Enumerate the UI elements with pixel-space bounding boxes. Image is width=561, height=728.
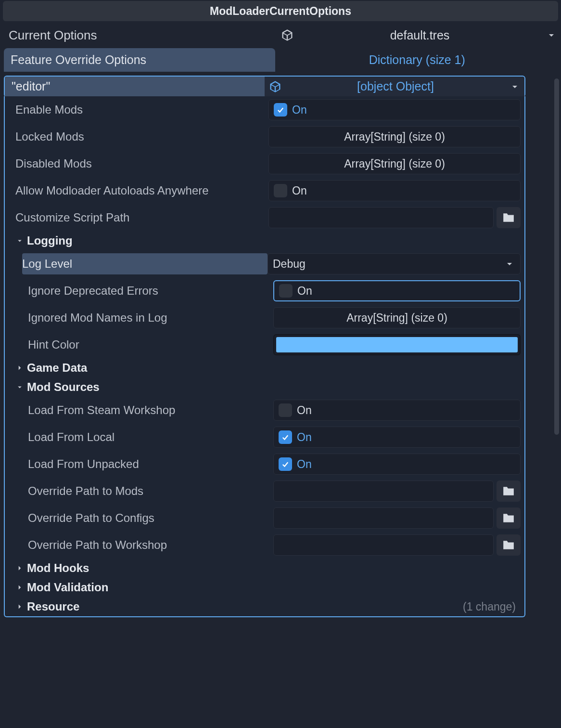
dictionary-entry-panel: "editor" [object Object] <box>4 76 525 97</box>
array-button-ignored-names[interactable]: Array[String] (size 0) <box>273 307 521 328</box>
prop-ignored-names: Ignored Mod Names in Log Array[String] (… <box>5 304 524 331</box>
prop-load-unpacked: Load From Unpacked On <box>5 451 524 478</box>
prop-log-level: Log Level Debug <box>5 250 524 277</box>
prop-disabled-mods: Disabled Mods Array[String] (size 0) <box>5 150 524 177</box>
path-input[interactable] <box>273 507 494 529</box>
dict-value-resource[interactable]: [object Object] <box>265 77 524 96</box>
path-input[interactable] <box>273 481 494 502</box>
checkbox-ignore-deprecated[interactable]: On <box>273 280 521 301</box>
prop-override-configs: Override Path to Configs <box>5 505 524 532</box>
feature-override-row: Feature Override Options Dictionary (siz… <box>0 48 561 72</box>
browse-button[interactable] <box>497 207 521 228</box>
prop-customize-script-path: Customize Script Path <box>5 204 524 231</box>
path-input[interactable] <box>268 207 494 228</box>
prop-ignore-deprecated: Ignore Deprecated Errors On <box>5 277 524 304</box>
prop-load-steam: Load From Steam Workshop On <box>5 397 524 424</box>
array-button-locked-mods[interactable]: Array[String] (size 0) <box>268 126 521 147</box>
prop-label: Override Path to Mods <box>28 484 273 498</box>
prop-label: Load From Local <box>28 430 273 444</box>
path-input[interactable] <box>273 534 494 556</box>
color-picker-hint-color[interactable] <box>273 334 521 355</box>
prop-label: Ignore Deprecated Errors <box>28 284 273 298</box>
prop-label: Hint Color <box>28 338 273 351</box>
browse-button[interactable] <box>497 534 521 556</box>
prop-label: Load From Steam Workshop <box>28 403 273 417</box>
caret-down-icon <box>15 236 24 245</box>
resource-icon <box>268 80 282 93</box>
dropdown-log-level[interactable]: Debug <box>268 253 521 274</box>
prop-label: Allow Modloader Autoloads Anywhere <box>9 184 268 197</box>
caret-down-icon <box>15 383 24 391</box>
section-mod-validation[interactable]: Mod Validation <box>5 578 524 597</box>
checkbox-icon <box>274 103 287 117</box>
checkbox-icon <box>279 457 292 471</box>
feature-override-tab[interactable]: Feature Override Options <box>4 48 275 72</box>
checkbox-load-unpacked[interactable]: On <box>273 454 521 475</box>
resource-name: [object Object] <box>282 79 509 93</box>
class-name: ModLoaderCurrentOptions <box>210 5 351 18</box>
prop-hint-color: Hint Color <box>5 331 524 358</box>
resource-icon <box>280 28 294 42</box>
color-swatch <box>276 337 518 352</box>
folder-icon <box>502 540 515 550</box>
folder-icon <box>502 212 515 223</box>
prop-label: Ignored Mod Names in Log <box>28 311 273 325</box>
prop-allow-autoloads: Allow Modloader Autoloads Anywhere On <box>5 177 524 204</box>
prop-label: Disabled Mods <box>9 157 268 170</box>
prop-override-workshop: Override Path to Workshop <box>5 532 524 559</box>
section-resource[interactable]: Resource (1 change) <box>5 597 524 616</box>
scrollbar-vertical[interactable] <box>554 78 559 435</box>
current-options-resource[interactable]: default.tres <box>280 28 557 42</box>
section-mod-hooks[interactable]: Mod Hooks <box>5 559 524 578</box>
checkbox-icon <box>279 403 292 417</box>
caret-right-icon <box>15 364 24 372</box>
prop-label: Locked Mods <box>9 130 268 143</box>
checkbox-load-steam[interactable]: On <box>273 400 521 421</box>
current-options-label: Current Options <box>4 28 280 43</box>
resource-name: default.tres <box>294 28 546 42</box>
checkbox-icon <box>279 430 292 444</box>
prop-label: Load From Unpacked <box>28 457 273 471</box>
current-options-row: Current Options default.tres <box>0 22 561 48</box>
checkbox-allow-autoloads[interactable]: On <box>268 180 521 201</box>
prop-label: Enable Mods <box>9 103 268 117</box>
section-logging[interactable]: Logging <box>5 231 524 250</box>
array-button-disabled-mods[interactable]: Array[String] (size 0) <box>268 153 521 174</box>
checkbox-enable-mods[interactable]: On <box>268 99 521 120</box>
checkbox-icon <box>274 184 287 197</box>
section-mod-sources[interactable]: Mod Sources <box>5 377 524 397</box>
prop-load-local: Load From Local On <box>5 424 524 451</box>
prop-enable-mods: Enable Mods On <box>5 96 524 123</box>
prop-label: Override Path to Workshop <box>28 538 273 552</box>
caret-right-icon <box>15 583 24 592</box>
prop-label: Override Path to Configs <box>28 511 273 525</box>
prop-override-mods: Override Path to Mods <box>5 478 524 505</box>
chevron-down-icon <box>504 258 515 270</box>
chevron-down-icon[interactable] <box>509 81 521 92</box>
dict-key-label[interactable]: "editor" <box>5 77 265 96</box>
prop-locked-mods: Locked Mods Array[String] (size 0) <box>5 123 524 150</box>
browse-button[interactable] <box>497 481 521 502</box>
caret-right-icon <box>15 564 24 572</box>
checkbox-load-local[interactable]: On <box>273 427 521 448</box>
chevron-down-icon[interactable] <box>546 29 557 41</box>
folder-icon <box>502 513 515 523</box>
prop-label: Log Level <box>22 253 268 274</box>
section-game-data[interactable]: Game Data <box>5 358 524 377</box>
checkbox-icon <box>279 284 293 298</box>
caret-right-icon <box>15 602 24 611</box>
prop-label: Customize Script Path <box>9 211 268 224</box>
folder-icon <box>502 486 515 496</box>
resource-properties-panel: Enable Mods On Locked Mods Array[String]… <box>4 96 525 617</box>
inspector-header: ModLoaderCurrentOptions <box>3 1 558 21</box>
feature-override-summary[interactable]: Dictionary (size 1) <box>277 48 558 72</box>
change-note: (1 change) <box>463 600 521 613</box>
browse-button[interactable] <box>497 507 521 529</box>
